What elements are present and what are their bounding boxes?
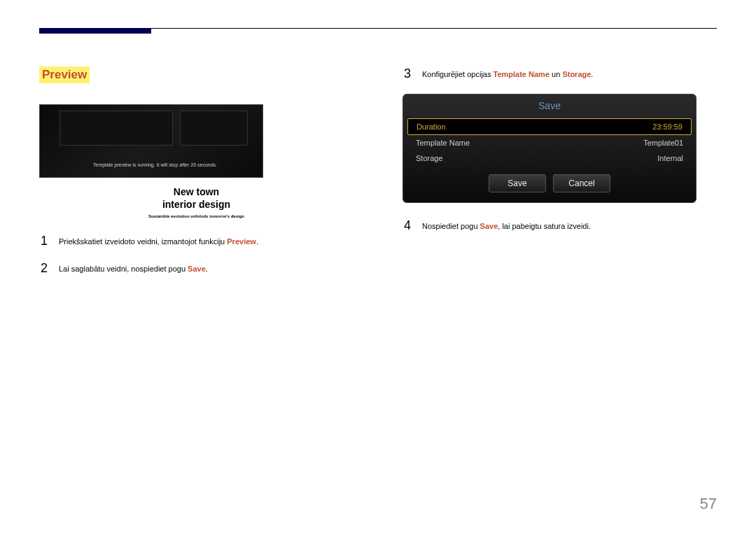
row-value: Internal [657, 154, 683, 162]
row-value: 23:59:59 [652, 122, 682, 131]
step-text-post: . [256, 237, 258, 246]
row-label: Duration [416, 122, 446, 131]
preview-heading-line1: New town [39, 186, 354, 197]
preview-running-caption: Template preview is running. It will sto… [89, 160, 241, 170]
highlight-preview: Preview [227, 237, 256, 246]
step-text-post: . [591, 70, 593, 78]
step-4: 4 Nospiediet pogu Save, lai pabeigtu sat… [402, 218, 717, 233]
step-text-pre: Nospiediet pogu [422, 222, 480, 230]
page-number: 57 [700, 495, 717, 513]
save-button[interactable]: Save [489, 174, 546, 192]
step-text: Nospiediet pogu Save, lai pabeigtu satur… [422, 218, 591, 230]
step-text: Lai saglabātu veidni, nospiediet pogu Sa… [59, 261, 208, 273]
cancel-button[interactable]: Cancel [553, 174, 610, 192]
header-accent-bar [39, 28, 151, 34]
highlight-save: Save [480, 222, 498, 230]
section-title-preview: Preview [39, 66, 90, 83]
step-number: 3 [402, 66, 412, 81]
highlight-save: Save [188, 265, 206, 273]
dialog-row-storage[interactable]: Storage Internal [403, 150, 696, 166]
dialog-title: Save [403, 94, 696, 118]
step-2: 2 Lai saglabātu veidni, nospiediet pogu … [39, 261, 354, 276]
dialog-row-duration[interactable]: Duration 23:59:59 [407, 118, 692, 135]
row-label: Template Name [416, 139, 470, 147]
step-number: 2 [39, 261, 49, 276]
right-column: 3 Konfigurējiet opcijas Template Name un… [402, 66, 717, 288]
step-text: Priekšskatiet izveidoto veidni, izmantoj… [59, 234, 258, 246]
step-text-pre: Priekšskatiet izveidoto veidni, izmantoj… [59, 237, 227, 246]
left-column: Preview Template preview is running. It … [39, 66, 354, 288]
dialog-button-row: Save Cancel [403, 166, 696, 202]
preview-screenshot: Template preview is running. It will sto… [39, 104, 263, 178]
step-text-pre: Konfigurējiet opcijas [422, 70, 493, 78]
highlight-storage: Storage [562, 70, 591, 78]
content-columns: Preview Template preview is running. It … [39, 66, 717, 288]
step-text-post: . [206, 265, 208, 273]
highlight-template-name: Template Name [493, 70, 550, 78]
step-3: 3 Konfigurējiet opcijas Template Name un… [402, 66, 717, 81]
dialog-row-template-name[interactable]: Template Name Template01 [403, 135, 696, 150]
save-dialog: Save Duration 23:59:59 Template Name Tem… [402, 94, 696, 203]
step-text-post: , lai pabeigtu satura izveidi. [498, 222, 591, 230]
page: Preview Template preview is running. It … [0, 0, 756, 534]
step-text-mid: un [550, 70, 562, 78]
step-number: 4 [402, 218, 412, 233]
step-number: 1 [39, 234, 49, 248]
preview-heading-line2: interior design [39, 199, 354, 210]
step-text-pre: Lai saglabātu veidni, nospiediet pogu [59, 265, 188, 273]
row-value: Template01 [643, 139, 683, 147]
step-text: Konfigurējiet opcijas Template Name un S… [422, 66, 593, 78]
row-label: Storage [416, 154, 443, 162]
preview-tagline: Sustainble evolution unfolods tomorrw's … [39, 214, 354, 218]
step-1: 1 Priekšskatiet izveidoto veidni, izmant… [39, 234, 354, 248]
